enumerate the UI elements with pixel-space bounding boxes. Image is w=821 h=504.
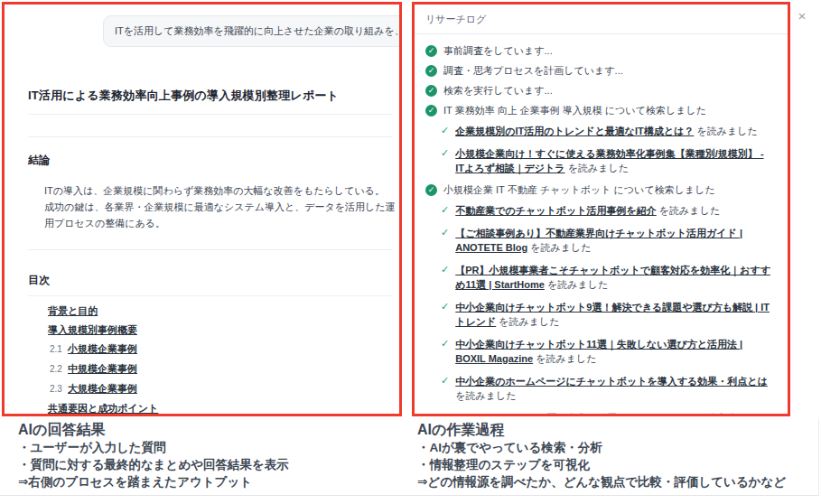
caption-ai-answer-line: ・質問に対する最終的なまとめや回答結果を表示	[18, 456, 402, 473]
toc-item: 2.1小規模企業事例	[48, 342, 399, 355]
research-log-title: リサーチログ	[425, 14, 486, 24]
check-circle-icon: ✓	[425, 105, 437, 117]
check-icon: ✓	[441, 300, 449, 313]
log-read-text: 不動産業でのチャットボット活用事例を紹介 を読みました	[455, 203, 720, 218]
read-suffix: を読みました	[545, 279, 608, 290]
caption-ai-process-line: ・AIが裏でやっている検索・分析	[417, 439, 815, 456]
log-status-item: ✓調査・思考プロセスを計画しています...	[425, 64, 775, 78]
toc-item: 共通要因と成功ポイント	[48, 402, 399, 414]
log-read-text: 【PR】小規模事業者こそチャットボットで顧客対応を効率化｜おすすめ11選 | S…	[455, 263, 775, 292]
check-icon: ✓	[441, 337, 449, 350]
caption-ai-answer-title: AIの回答結果	[18, 421, 402, 439]
log-read-text: 企業規模別のIT活用のトレンドと最適なIT構成とは？ を読みました	[455, 124, 758, 138]
check-circle-icon: ✓	[425, 65, 437, 77]
toc-item-number: 2.2	[50, 364, 68, 375]
read-suffix: を読みました	[533, 353, 596, 364]
log-status-text: 事前調査をしています...	[443, 44, 553, 58]
toc-link[interactable]: 大規模企業事例	[68, 383, 137, 394]
log-read-item: ✓企業規模別のIT活用のトレンドと最適なIT構成とは？ を読みました	[441, 124, 775, 138]
log-read-item: ✓小規模企業向け！すぐに使える業務効率化事例集【業種別/規模別】 - ITよろず…	[441, 146, 775, 175]
source-link[interactable]: 不動産業でのチャットボット活用事例を紹介	[455, 205, 657, 216]
ai-answer-panel: ITを活用して業務効率を飛躍的に向上させた企業の取り組みを、導入規模別に整理して…	[2, 2, 402, 416]
log-read-text: 中小企業のホームページにチャットボットを導入する効果・利点とは を読みました	[455, 374, 775, 403]
toc-link[interactable]: 背景と目的	[48, 305, 98, 316]
log-read-item: ✓中小企業のホームページにチャットボットを導入する効果・利点とは を読みました	[441, 374, 775, 403]
check-circle-icon: ✓	[425, 184, 437, 196]
log-status-text: IT 業務効率 向上 企業事例 導入規模 について検索しました	[443, 104, 706, 117]
caption-ai-answer-line: ・ユーザーが入力した質問	[18, 439, 402, 456]
read-suffix: を読みました	[455, 390, 516, 401]
read-suffix: を読みました	[657, 205, 720, 216]
toc-item: 2.3大規模企業事例	[48, 382, 399, 395]
caption-ai-process: AIの作業過程 ・AIが裏でやっている検索・分析・情報整理のステップを可視化⇒ど…	[417, 421, 815, 490]
source-link[interactable]: 【PR】小規模事業者こそチャットボットで顧客対応を効率化｜おすすめ11選 | S…	[455, 265, 770, 290]
log-read-item: ✓中小企業向けチャットボット11選｜失敗しない選び方と活用法 | BOXIL M…	[441, 337, 775, 366]
annotation-captions: AIの回答結果 ・ユーザーが入力した質問・質問に対する最終的なまとめや回答結果を…	[0, 419, 819, 496]
log-read-item: ✓不動産業でのチャットボット活用事例を紹介 を読みました	[441, 203, 775, 218]
divider	[28, 114, 392, 115]
toc-link[interactable]: 共通要因と成功ポイント	[48, 403, 158, 414]
log-read-item: ✓ビジネスチャットは不動産業で活用できる！メリットと導入事例を紹介｜ビジネスチャ…	[441, 411, 775, 416]
toc-link[interactable]: 小規模企業事例	[68, 343, 137, 354]
close-icon[interactable]: ×	[793, 7, 811, 25]
log-status-text: 調査・思考プロセスを計画しています...	[443, 64, 623, 78]
log-read-item: ✓【ご相談事例あり】不動産業界向けチャットボット活用ガイド | ANOTETE …	[441, 226, 775, 255]
log-status-item: ✓小規模企業 IT 不動産 チャットボット について検索しました	[425, 183, 775, 197]
conclusion-heading: 結論	[28, 153, 399, 168]
log-read-item: ✓【PR】小規模事業者こそチャットボットで顧客対応を効率化｜おすすめ11選 | …	[441, 263, 775, 292]
report-title: IT活用による業務効率向上事例の導入規模別整理レポート	[28, 88, 399, 104]
log-read-text: ビジネスチャットは不動産業で活用できる！メリットと導入事例を紹介｜ビジネスチャッ…	[455, 411, 775, 416]
research-log-header: リサーチログ	[415, 5, 788, 34]
log-status-item: ✓IT 業務効率 向上 企業事例 導入規模 について検索しました	[425, 104, 775, 117]
caption-ai-answer-line: ⇒右側のプロセスを踏まえたアウトプット	[18, 473, 402, 490]
divider	[28, 249, 392, 250]
screenshot-stage: ITを活用して業務効率を飛躍的に向上させた企業の取り組みを、導入規模別に整理して…	[0, 0, 821, 504]
log-status-item: ✓検索を実行しています...	[425, 84, 775, 98]
caption-ai-process-line: ・情報整理のステップを可視化	[417, 456, 815, 473]
toc-item: 導入規模別事例概要	[48, 323, 399, 335]
check-icon: ✓	[441, 263, 449, 276]
source-link[interactable]: 中小企業のホームページにチャットボットを導入する効果・利点とは	[455, 376, 768, 387]
read-suffix: を読みました	[565, 163, 629, 173]
read-suffix: を読みました	[694, 126, 757, 136]
research-log-panel: リサーチログ ✓事前調査をしています...✓調査・思考プロセスを計画しています.…	[412, 2, 790, 416]
log-read-text: 小規模企業向け！すぐに使える業務効率化事例集【業種別/規模別】 - ITよろず相…	[455, 146, 775, 175]
caption-ai-answer: AIの回答結果 ・ユーザーが入力した質問・質問に対する最終的なまとめや回答結果を…	[18, 421, 402, 490]
check-icon: ✓	[441, 226, 449, 239]
toc-item-number: 2.3	[50, 384, 68, 395]
toc-item: 2.2中規模企業事例	[48, 362, 399, 375]
log-status-text: 小規模企業 IT 不動産 チャットボット について検索しました	[443, 183, 715, 197]
source-link[interactable]: 企業規模別のIT活用のトレンドと最適なIT構成とは？	[455, 126, 694, 136]
conclusion-paragraph: ITの導入は、企業規模に関わらず業務効率の大幅な改善をもたらしている。成功の鍵は…	[28, 182, 399, 231]
check-circle-icon: ✓	[425, 85, 437, 97]
log-read-text: 【ご相談事例あり】不動産業界向けチャットボット活用ガイド | ANOTETE B…	[455, 226, 775, 255]
log-status-item: ✓事前調査をしています...	[425, 44, 775, 58]
toc-item-number: 2.1	[50, 344, 68, 355]
log-status-text: 検索を実行しています...	[443, 84, 553, 98]
divider	[28, 295, 392, 296]
research-log-list: ✓事前調査をしています...✓調査・思考プロセスを計画しています...✓検索を実…	[415, 34, 788, 416]
check-icon: ✓	[441, 203, 449, 217]
toc-heading: 目次	[28, 273, 399, 288]
log-read-item: ✓中小企業向けチャットボット9選！解決できる課題や選び方も解説 | ITトレンド…	[441, 300, 775, 329]
conclusion-line: 成功の鍵は、各業界・企業規模に最適なシステム導入と、データを活用した運用プロセス…	[44, 199, 399, 231]
table-of-contents: 背景と目的導入規模別事例概要2.1小規模企業事例2.2中規模企業事例2.3大規模…	[28, 304, 399, 416]
log-read-text: 中小企業向けチャットボット11選｜失敗しない選び方と活用法 | BOXIL Ma…	[455, 337, 775, 366]
check-icon: ✓	[441, 146, 449, 160]
check-icon: ✓	[441, 374, 449, 387]
toc-item: 背景と目的	[48, 304, 399, 316]
toc-link[interactable]: 導入規模別事例概要	[48, 324, 137, 335]
check-icon: ✓	[441, 411, 449, 416]
user-query-bubble: ITを活用して業務効率を飛躍的に向上させた企業の取り組みを、導入規模別に整理して	[103, 15, 402, 47]
log-read-text: 中小企業向けチャットボット9選！解決できる課題や選び方も解説 | ITトレンド …	[455, 300, 775, 329]
toc-link[interactable]: 中規模企業事例	[68, 363, 137, 374]
conclusion-line: ITの導入は、企業規模に関わらず業務効率の大幅な改善をもたらしている。	[44, 182, 399, 199]
user-query-text: ITを活用して業務効率を飛躍的に向上させた企業の取り組みを、導入規模別に整理して	[115, 25, 402, 36]
source-link[interactable]: 中小企業向けチャットボット11選｜失敗しない選び方と活用法 | BOXIL Ma…	[455, 339, 742, 364]
check-icon: ✓	[441, 124, 449, 137]
read-suffix: を読みました	[527, 242, 591, 253]
divider	[28, 136, 392, 137]
source-link[interactable]: 【ご相談事例あり】不動産業界向けチャットボット活用ガイド | ANOTETE B…	[455, 228, 742, 253]
source-link[interactable]: ビジネスチャットは不動産業で活用できる！メリットと導入事例を紹介｜ビジネスチャッ…	[455, 413, 768, 416]
check-circle-icon: ✓	[425, 45, 437, 57]
